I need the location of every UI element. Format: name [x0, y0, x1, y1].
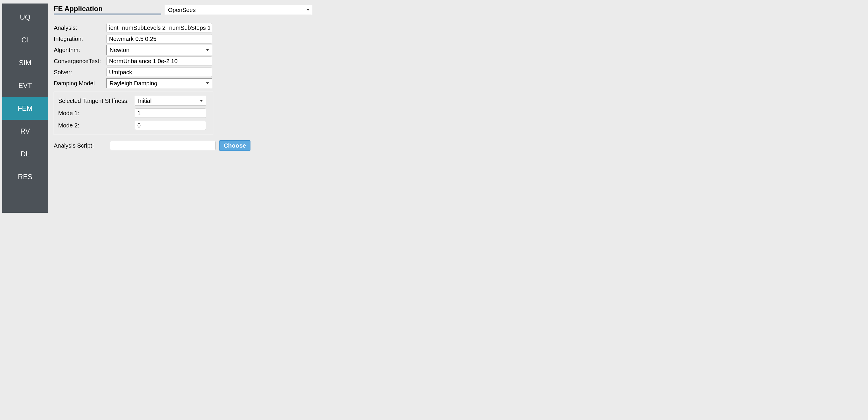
sidebar-item-uq[interactable]: UQ — [2, 6, 48, 29]
sidebar-item-fem[interactable]: FEM — [2, 97, 48, 120]
select-value: OpenSees — [168, 7, 196, 13]
sidebar-item-label: DL — [21, 150, 30, 158]
analysis-input[interactable] — [106, 23, 212, 32]
tangent-stiffness-label: Selected Tangent Stiffness: — [58, 98, 135, 104]
mode2-input[interactable] — [135, 121, 206, 130]
choose-button[interactable]: Choose — [219, 140, 250, 151]
chevron-down-icon — [307, 9, 310, 11]
analysis-label: Analysis: — [54, 25, 106, 31]
sidebar-item-gi[interactable]: GI — [2, 29, 48, 52]
damping-group: Selected Tangent Stiffness: Initial Mode… — [54, 92, 213, 135]
header-row: FE Application OpenSees — [54, 5, 862, 15]
damping-model-select[interactable]: Rayleigh Damping — [106, 78, 212, 88]
sidebar-item-evt[interactable]: EVT — [2, 74, 48, 97]
sidebar-item-label: RV — [21, 127, 30, 135]
select-value: Initial — [138, 98, 152, 104]
analysis-script-label: Analysis Script: — [54, 142, 106, 149]
app-root: UQ GI SIM EVT FEM RV DL RES FE Applicati… — [0, 0, 868, 216]
sidebar-item-label: UQ — [20, 13, 30, 21]
analysis-script-input[interactable] — [110, 141, 216, 150]
mode1-label: Mode 1: — [58, 110, 135, 117]
damping-model-label: Damping Model — [54, 80, 106, 87]
algorithm-label: Algorithm: — [54, 47, 106, 54]
sidebar-item-sim[interactable]: SIM — [2, 52, 48, 74]
mode2-label: Mode 2: — [58, 122, 135, 129]
sidebar-item-dl[interactable]: DL — [2, 143, 48, 166]
mode1-input[interactable] — [135, 109, 206, 118]
sidebar-item-label: FEM — [18, 104, 33, 113]
solver-label: Solver: — [54, 69, 106, 76]
convergence-input[interactable] — [106, 56, 212, 66]
sidebar-item-label: GI — [21, 36, 29, 44]
solver-input[interactable] — [106, 67, 212, 77]
tangent-stiffness-select[interactable]: Initial — [135, 96, 206, 106]
form: Analysis: Integration: Algorithm: Newton… — [54, 22, 264, 151]
chevron-down-icon — [206, 49, 209, 51]
sidebar-item-label: SIM — [19, 59, 32, 67]
algorithm-select[interactable]: Newton — [106, 45, 212, 55]
sidebar-item-label: RES — [18, 173, 32, 181]
sidebar: UQ GI SIM EVT FEM RV DL RES — [2, 3, 48, 213]
select-value: Newton — [110, 47, 129, 54]
convergence-label: ConvergenceTest: — [54, 58, 106, 65]
integration-input[interactable] — [106, 34, 212, 43]
header-title-wrap: FE Application — [54, 5, 161, 15]
fe-application-select[interactable]: OpenSees — [165, 5, 312, 15]
sidebar-item-rv[interactable]: RV — [2, 120, 48, 143]
page-title: FE Application — [54, 5, 161, 13]
select-value: Rayleigh Damping — [110, 80, 157, 87]
integration-label: Integration: — [54, 36, 106, 42]
sidebar-item-res[interactable]: RES — [2, 166, 48, 188]
chevron-down-icon — [206, 83, 209, 84]
main-panel: FE Application OpenSees Analysis: Integr… — [48, 0, 868, 216]
chevron-down-icon — [200, 100, 203, 102]
sidebar-item-label: EVT — [19, 82, 32, 90]
analysis-script-row: Analysis Script: Choose — [54, 140, 264, 151]
